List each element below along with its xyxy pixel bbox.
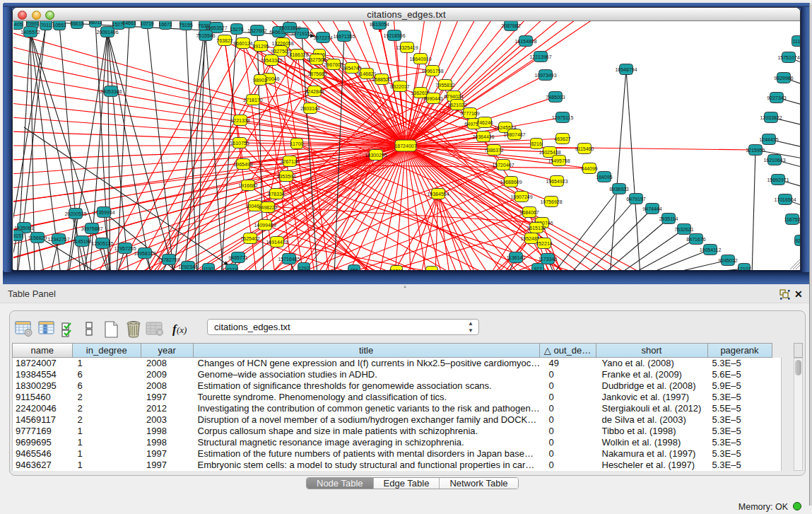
svg-text:17016504: 17016504 (774, 197, 796, 202)
svg-text:844099: 844099 (581, 166, 597, 171)
svg-text:3875685: 3875685 (307, 71, 326, 76)
svg-text:1117: 1117 (793, 39, 800, 44)
svg-text:17359934: 17359934 (93, 210, 114, 215)
svg-text:9327508: 9327508 (307, 57, 326, 62)
svg-text:7011: 7011 (40, 23, 51, 28)
svg-text:18186328: 18186328 (286, 52, 308, 57)
svg-text:1527602: 1527602 (247, 28, 266, 33)
svg-text:39157: 39157 (13, 233, 24, 238)
svg-text:15720407: 15720407 (492, 163, 514, 168)
svg-text:8990443: 8990443 (423, 96, 442, 101)
svg-text:9227343: 9227343 (767, 95, 786, 100)
svg-text:8322017: 8322017 (390, 84, 409, 89)
svg-text:20200535: 20200535 (64, 211, 86, 216)
svg-text:7632621: 7632621 (674, 227, 693, 232)
svg-text:8660124: 8660124 (233, 41, 252, 46)
svg-text:9146821: 9146821 (357, 71, 376, 76)
svg-text:8471676: 8471676 (686, 237, 705, 242)
svg-text:891295: 891295 (252, 44, 269, 49)
svg-text:1221338: 1221338 (230, 118, 249, 123)
svg-text:3215955: 3215955 (746, 148, 765, 153)
svg-text:3572274: 3572274 (313, 35, 332, 40)
svg-text:75155: 75155 (179, 23, 193, 28)
svg-text:20091406: 20091406 (96, 30, 118, 35)
svg-text:19218506: 19218506 (383, 33, 405, 38)
svg-text:15692971: 15692971 (767, 177, 789, 182)
svg-text:3267130: 3267130 (280, 159, 299, 164)
svg-text:18640910: 18640910 (409, 57, 431, 62)
svg-text:16671: 16671 (158, 22, 172, 27)
svg-text:4273: 4273 (226, 267, 237, 271)
svg-text:463627: 463627 (554, 136, 570, 141)
svg-text:164095: 164095 (596, 175, 612, 180)
svg-text:13226058: 13226058 (271, 41, 293, 46)
svg-text:9474444: 9474444 (642, 206, 661, 211)
svg-text:16154808: 16154808 (514, 39, 536, 44)
svg-text:12975115: 12975115 (552, 115, 574, 120)
svg-text:2087682: 2087682 (501, 23, 520, 28)
svg-text:10958107: 10958107 (134, 251, 155, 256)
svg-text:10973493: 10973493 (534, 73, 556, 78)
svg-text:1916682: 1916682 (238, 183, 257, 188)
svg-text:16210643: 16210643 (763, 158, 785, 163)
svg-text:18907249: 18907249 (510, 194, 532, 199)
svg-text:1292: 1292 (298, 266, 310, 271)
svg-text:20053346: 20053346 (100, 89, 122, 94)
svg-text:18724007: 18724007 (394, 144, 416, 148)
svg-text:9245012: 9245012 (718, 258, 737, 263)
svg-text:12505135: 12505135 (91, 241, 113, 246)
svg-text:10553: 10553 (52, 23, 66, 28)
svg-text:1145194: 1145194 (73, 239, 92, 244)
svg-text:20364436: 20364436 (472, 134, 494, 139)
svg-text:252214: 252214 (536, 241, 552, 246)
svg-text:1965498: 1965498 (233, 162, 252, 167)
svg-text:8454749: 8454749 (342, 66, 361, 71)
svg-text:7386372: 7386372 (484, 148, 503, 153)
svg-text:(x): (x) (177, 325, 187, 335)
svg-text:1405: 1405 (13, 22, 23, 27)
svg-text:16782759: 16782759 (158, 257, 180, 262)
svg-text:19654923: 19654923 (546, 179, 567, 184)
svg-text:746246: 746246 (476, 120, 493, 125)
svg-text:15716485: 15716485 (278, 257, 300, 262)
svg-text:1244415: 1244415 (759, 137, 778, 142)
svg-text:15751074: 15751074 (777, 55, 799, 60)
svg-text:1405572: 1405572 (20, 30, 40, 35)
svg-text:18300295: 18300295 (365, 153, 387, 158)
svg-text:13325419: 13325419 (396, 45, 418, 50)
svg-text:2718170: 2718170 (243, 98, 262, 103)
svg-text:16548794: 16548794 (615, 67, 637, 72)
svg-text:8412: 8412 (426, 269, 437, 271)
svg-text:16033809: 16033809 (278, 25, 300, 30)
svg-text:17957255: 17957255 (114, 246, 136, 251)
svg-text:9684067: 9684067 (519, 210, 539, 215)
svg-text:2967608: 2967608 (324, 62, 343, 67)
svg-text:12107: 12107 (737, 267, 751, 271)
svg-text:2803144: 2803144 (300, 106, 319, 111)
svg-text:763822: 763822 (216, 38, 233, 43)
svg-text:977: 977 (534, 267, 542, 271)
svg-text:20991: 20991 (25, 21, 40, 26)
svg-text:9329966: 9329966 (774, 76, 793, 81)
svg-text:1197: 1197 (203, 267, 213, 271)
svg-text:14099489: 14099489 (254, 223, 276, 228)
svg-text:10543342: 10543342 (260, 58, 282, 63)
svg-text:1610755: 1610755 (230, 141, 249, 146)
svg-text:1136141: 1136141 (507, 255, 526, 260)
svg-text:96011: 96011 (89, 21, 102, 25)
svg-text:10054112: 10054112 (700, 247, 722, 252)
svg-text:466: 466 (350, 268, 358, 271)
svg-text:6479197: 6479197 (626, 197, 645, 201)
svg-text:12342757: 12342757 (47, 237, 69, 242)
svg-text:10653527: 10653527 (205, 25, 227, 30)
svg-text:7515546: 7515546 (196, 33, 215, 38)
svg-text:19384554: 19384554 (427, 192, 449, 197)
svg-text:116753: 116753 (784, 217, 800, 222)
svg-text:15276: 15276 (230, 27, 244, 32)
svg-text:12033822: 12033822 (760, 115, 782, 120)
svg-text:9242848: 9242848 (305, 89, 324, 94)
svg-text:9777169: 9777169 (460, 111, 479, 116)
svg-text:11700: 11700 (290, 141, 304, 146)
svg-text:90211: 90211 (390, 269, 404, 271)
svg-text:1498222: 1498222 (258, 205, 277, 210)
